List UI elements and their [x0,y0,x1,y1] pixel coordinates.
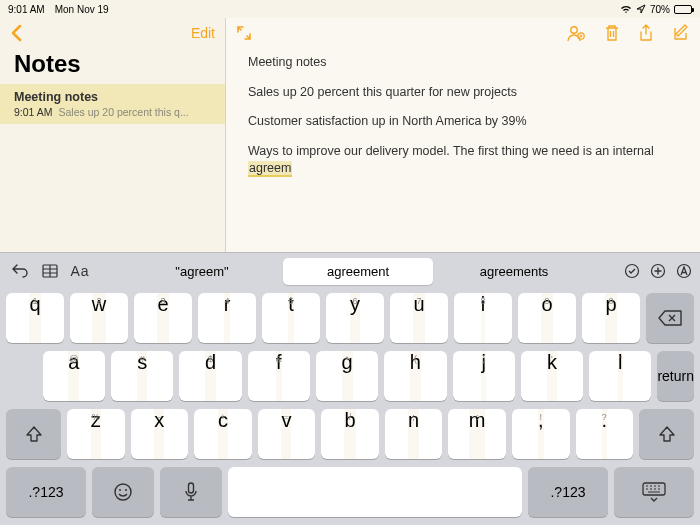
key-c[interactable]: +c [194,409,252,459]
undo-icon[interactable] [8,264,32,278]
key-v[interactable]: =v [258,409,316,459]
wifi-icon [620,5,632,14]
add-person-icon[interactable] [566,24,586,42]
key-e[interactable]: 3e [134,293,192,343]
expand-icon[interactable] [236,25,252,41]
key-r[interactable]: 4r [198,293,256,343]
keyboard-row-2: @a #s $d &f *g (h )j 'k "l return [0,347,700,405]
keyboard: Aa "agreem" agreement agreements 1q 2w 3… [0,252,700,525]
key-l[interactable]: "l [589,351,651,401]
sidebar-title: Notes [0,48,225,84]
key-k[interactable]: 'k [521,351,583,401]
key-mode-right[interactable]: .?123 [528,467,608,517]
svg-point-8 [125,489,127,491]
note-paragraph: Sales up 20 percent this quarter for new… [248,84,678,102]
key-x[interactable]: -x [131,409,189,459]
status-time: 9:01 AM [8,4,45,15]
note-item-preview: 9:01 AMSales up 20 percent this q... [14,106,211,118]
key-f[interactable]: &f [248,351,310,401]
key-n[interactable]: ;n [385,409,443,459]
key-y[interactable]: 6y [326,293,384,343]
key-emoji[interactable] [92,467,154,517]
suggestion-bar: Aa "agreem" agreement agreements [0,252,700,289]
autocomplete-highlight: agreem [248,161,292,177]
location-icon [636,4,646,14]
plus-circle-icon[interactable] [650,263,666,279]
key-o[interactable]: 9o [518,293,576,343]
note-title-line: Meeting notes [248,54,678,72]
table-insert-icon[interactable] [38,264,62,278]
note-main: Meeting notes Sales up 20 percent this q… [226,18,700,252]
back-chevron-icon[interactable] [10,24,24,42]
trash-icon[interactable] [604,24,620,42]
key-g[interactable]: *g [316,351,378,401]
pencil-circle-icon[interactable] [676,263,692,279]
key-period[interactable]: ?. [576,409,634,459]
key-shift-right[interactable] [639,409,694,459]
key-dismiss-keyboard[interactable] [614,467,694,517]
key-b[interactable]: /b [321,409,379,459]
key-h[interactable]: (h [384,351,446,401]
status-bar: 9:01 AM Mon Nov 19 70% [0,0,700,18]
key-s[interactable]: #s [111,351,173,401]
sidebar: Edit Notes Meeting notes 9:01 AMSales up… [0,18,226,252]
key-a[interactable]: @a [43,351,105,401]
keyboard-row-1: 1q 2w 3e 4r 5t 6y 7u 8i 9o 0p [0,289,700,347]
suggestion-main[interactable]: agreement [283,258,433,285]
note-toolbar [226,18,700,48]
key-z[interactable]: %z [67,409,125,459]
checkmark-circle-icon[interactable] [624,263,640,279]
key-dictation[interactable] [160,467,222,517]
key-d[interactable]: $d [179,351,241,401]
key-i[interactable]: 8i [454,293,512,343]
key-space[interactable] [228,467,522,517]
svg-rect-9 [189,483,194,493]
key-w[interactable]: 2w [70,293,128,343]
note-list-item[interactable]: Meeting notes 9:01 AMSales up 20 percent… [0,84,225,124]
battery-percent: 70% [650,4,670,15]
keyboard-row-3: %z -x +c =v /b ;n :m !, ?. [0,405,700,463]
suggestion-quoted[interactable]: "agreem" [127,258,277,285]
key-shift-left[interactable] [6,409,61,459]
key-p[interactable]: 0p [582,293,640,343]
key-j[interactable]: )j [453,351,515,401]
note-body[interactable]: Meeting notes Sales up 20 percent this q… [226,48,700,196]
svg-point-0 [571,27,577,33]
key-q[interactable]: 1q [6,293,64,343]
key-mode-left[interactable]: .?123 [6,467,86,517]
note-paragraph: Ways to improve our delivery model. The … [248,143,678,178]
key-m[interactable]: :m [448,409,506,459]
svg-point-7 [119,489,121,491]
suggestion-alt[interactable]: agreements [439,258,589,285]
svg-point-6 [115,484,131,500]
status-date: Mon Nov 19 [55,4,109,15]
keyboard-row-4: .?123 .?123 [0,463,700,525]
note-item-title: Meeting notes [14,90,211,104]
note-paragraph: Customer satisfaction up in North Americ… [248,113,678,131]
compose-icon[interactable] [672,24,690,42]
format-aa-button[interactable]: Aa [68,263,92,279]
svg-point-3 [626,265,639,278]
edit-button[interactable]: Edit [191,25,215,41]
key-backspace[interactable] [646,293,694,343]
share-icon[interactable] [638,24,654,42]
key-return[interactable]: return [657,351,694,401]
key-t[interactable]: 5t [262,293,320,343]
key-comma[interactable]: !, [512,409,570,459]
battery-icon [674,5,692,14]
key-u[interactable]: 7u [390,293,448,343]
